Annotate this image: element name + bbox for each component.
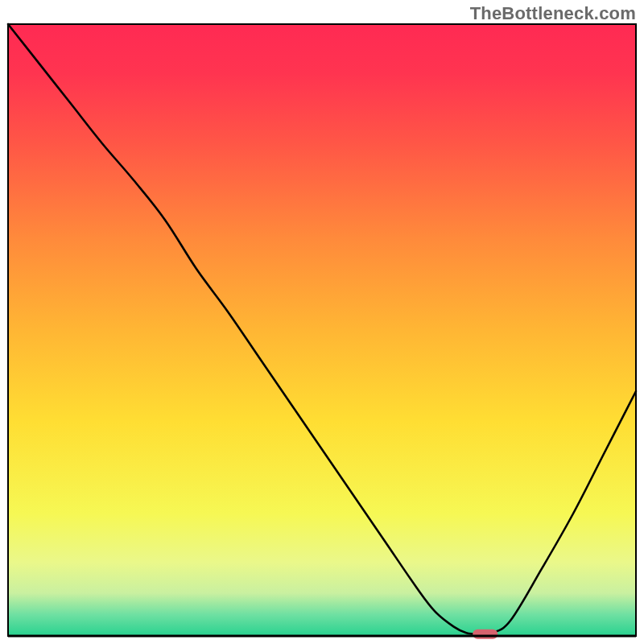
chart-svg: [0, 0, 644, 644]
chart-background: [8, 24, 636, 636]
bottleneck-chart: TheBottleneck.com: [0, 0, 644, 644]
watermark-label: TheBottleneck.com: [470, 3, 636, 24]
optimal-marker: [473, 630, 497, 639]
